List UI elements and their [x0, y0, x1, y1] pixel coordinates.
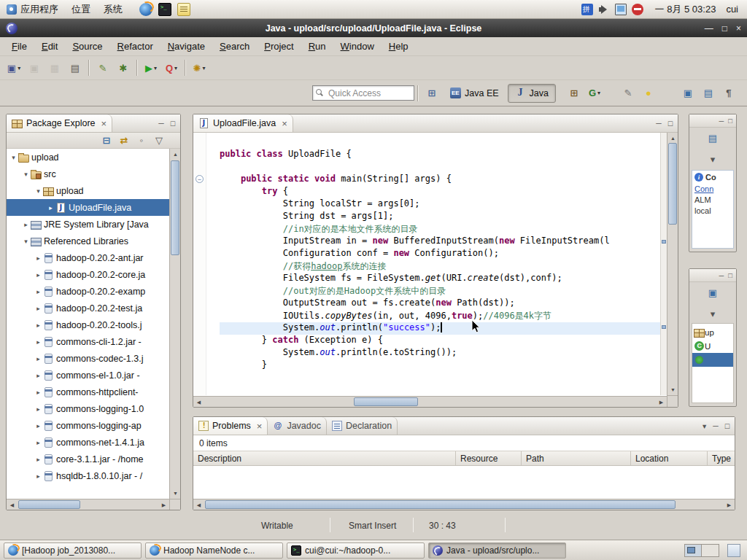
expand-collapsed-icon[interactable]: ▸ [21, 221, 31, 228]
menu-project[interactable]: Project [257, 39, 301, 54]
expand-collapsed-icon[interactable]: ▸ [34, 472, 43, 480]
desktop-menu-applications[interactable]: 应用程序 [0, 0, 65, 18]
terminal-icon[interactable] [158, 3, 171, 16]
taskbar-window-3[interactable]: cui@cui:~/hadoop-0... [287, 542, 425, 559]
tab-problems[interactable]: Problems× [193, 417, 268, 435]
code-line-9[interactable]: Configuration conf = new Configuration()… [220, 248, 660, 260]
maximize-view-icon[interactable]: □ [728, 271, 732, 279]
code-line-3[interactable]: public static void main(String[] args) { [220, 174, 660, 186]
menu-window[interactable]: Window [333, 39, 382, 54]
tree-item-jre-system-library-java[interactable]: ▸JRE System Library [Java [7, 216, 169, 233]
menu-help[interactable]: Help [382, 39, 416, 54]
chevron-down-icon[interactable]: ▾ [703, 150, 722, 168]
workspace-cell-2[interactable] [702, 545, 719, 556]
tree-item-upload[interactable]: ▾upload [7, 182, 169, 199]
code-line-8[interactable]: InputStream in = new BufferedInputStream… [220, 236, 660, 248]
scroll-right-icon[interactable]: ▶ [724, 499, 735, 510]
code-area[interactable]: public class UploadFile { public static … [206, 133, 660, 395]
desktop-menu-places[interactable]: 位置 [65, 0, 97, 18]
scrollbar-thumb[interactable] [668, 143, 677, 225]
quick-access-input[interactable] [327, 88, 411, 99]
open-perspective-icon[interactable]: ⊞ [422, 85, 441, 102]
perspective-java-ee[interactable]: Java EE [443, 84, 506, 103]
minimize-icon[interactable]: — [705, 23, 713, 34]
horizontal-scrollbar[interactable]: ◀ ▶ [193, 396, 667, 407]
tasks-icon[interactable]: ▤ [699, 85, 718, 102]
maximize-view-icon[interactable]: □ [725, 421, 729, 430]
build-automatically-icon[interactable]: ● [639, 85, 658, 102]
updates-icon[interactable] [632, 4, 643, 15]
column-header-description[interactable]: Description [193, 451, 456, 465]
scroll-left-icon[interactable]: ◀ [193, 499, 204, 510]
close-icon[interactable]: × [736, 23, 741, 34]
connect-link[interactable]: Conn [694, 184, 731, 193]
maximize-view-icon[interactable]: □ [171, 119, 175, 128]
clock[interactable]: 一 8月 5 03:23 [649, 3, 722, 16]
input-method-icon[interactable] [581, 4, 593, 15]
scroll-left-icon[interactable]: ◀ [7, 499, 18, 510]
tab-declaration[interactable]: Declaration [327, 417, 398, 435]
tree-item-commons-el-1-0-jar[interactable]: ▸commons-el-1.0.jar - [7, 367, 169, 384]
outline-item-selected[interactable] [692, 353, 733, 367]
taskbar-window-1[interactable]: [Hadoop job_2013080... [4, 542, 142, 559]
expand-collapsed-icon[interactable]: ▸ [46, 204, 55, 211]
expand-collapsed-icon[interactable]: ▸ [34, 422, 43, 429]
menu-run[interactable]: Run [301, 39, 333, 54]
external-tools-icon[interactable]: Q▾ [162, 59, 181, 77]
generate-icon[interactable]: G▾ [585, 85, 604, 102]
minimize-view-icon[interactable]: ─ [719, 117, 724, 125]
code-line-14[interactable]: IOUtils.copyBytes(in, out, 4096,true);//… [220, 310, 660, 322]
horizontal-scrollbar[interactable]: ◀ ▶ [193, 499, 735, 510]
text-editor-icon[interactable] [177, 3, 190, 16]
minimize-view-icon[interactable]: ─ [158, 119, 163, 128]
package-explorer-tree[interactable]: ▾upload▾src▾upload▸UploadFile.java▸JRE S… [7, 149, 169, 499]
minimize-view-icon[interactable]: ─ [656, 119, 661, 128]
scroll-up-icon[interactable]: ▲ [667, 133, 678, 144]
dropdown-arrow-icon[interactable]: ▾ [154, 65, 157, 71]
tree-item-hadoop-0-20-2-core-ja[interactable]: ▸hadoop-0.20.2-core.ja [7, 266, 169, 283]
task-list-icon[interactable]: ▤ [703, 129, 722, 147]
tree-item-src[interactable]: ▾src [7, 166, 169, 182]
tree-item-commons-logging-1-0[interactable]: ▸commons-logging-1.0 [7, 400, 169, 417]
tree-item-hadoop-0-20-2-ant-jar[interactable]: ▸hadoop-0.20.2-ant.jar [7, 249, 169, 266]
maximize-view-icon[interactable]: □ [728, 117, 732, 125]
mark-occurrences-icon[interactable]: ✎ [619, 85, 638, 102]
tree-item-commons-codec-1-3-j[interactable]: ▸commons-codec-1.3.j [7, 350, 169, 367]
tab-javadoc[interactable]: Javadoc [268, 417, 327, 435]
expand-collapsed-icon[interactable]: ▸ [34, 355, 43, 362]
new-java-project-icon[interactable]: ⊞ [565, 85, 584, 102]
overview-ruler[interactable] [660, 133, 667, 395]
scroll-right-icon[interactable]: ▶ [158, 499, 169, 510]
user-switcher[interactable]: cui [721, 4, 747, 15]
problems-table-body[interactable] [193, 466, 735, 499]
editor-gutter[interactable]: − [193, 133, 206, 395]
code-line-13[interactable]: OutputStream out = fs.create(new Path(ds… [220, 298, 660, 310]
menu-refactor[interactable]: Refactor [110, 39, 160, 54]
occurrence-mark[interactable] [662, 240, 666, 244]
menu-file[interactable]: File [4, 39, 34, 54]
outline-item-up[interactable]: up [692, 325, 733, 339]
run-icon[interactable]: ▶▾ [142, 59, 160, 77]
expand-collapsed-icon[interactable]: ▸ [34, 372, 43, 379]
expand-collapsed-icon[interactable]: ▸ [34, 389, 43, 396]
code-line-2[interactable] [220, 161, 660, 174]
menu-source[interactable]: Source [65, 39, 109, 54]
workspace-cell-1[interactable] [685, 545, 702, 556]
code-line-15[interactable]: System.out.println("success"); [220, 322, 660, 335]
tree-item-uploadfile-java[interactable]: ▸UploadFile.java [7, 199, 169, 216]
expand-collapsed-icon[interactable]: ▸ [34, 338, 43, 346]
focus-icon[interactable]: ◦ [135, 134, 148, 147]
code-line-4[interactable]: try { [220, 186, 660, 198]
column-header-path[interactable]: Path [522, 451, 631, 465]
column-header-resource[interactable]: Resource [456, 451, 522, 465]
expand-collapsed-icon[interactable]: ▸ [34, 439, 43, 446]
new-java-class-icon[interactable]: ✎ [93, 59, 112, 77]
taskbar-window-2[interactable]: Hadoop NameNode c... [145, 542, 283, 559]
expand-collapsed-icon[interactable]: ▸ [34, 305, 43, 312]
tree-item-commons-httpclient[interactable]: ▸commons-httpclient- [7, 384, 169, 400]
code-line-1[interactable]: public class UploadFile { [220, 149, 660, 161]
expand-expanded-icon[interactable]: ▾ [9, 154, 18, 161]
column-header-type[interactable]: Type [708, 451, 735, 465]
debug-icon[interactable]: ✱ [114, 59, 133, 77]
scrollbar-thumb[interactable] [171, 160, 179, 255]
